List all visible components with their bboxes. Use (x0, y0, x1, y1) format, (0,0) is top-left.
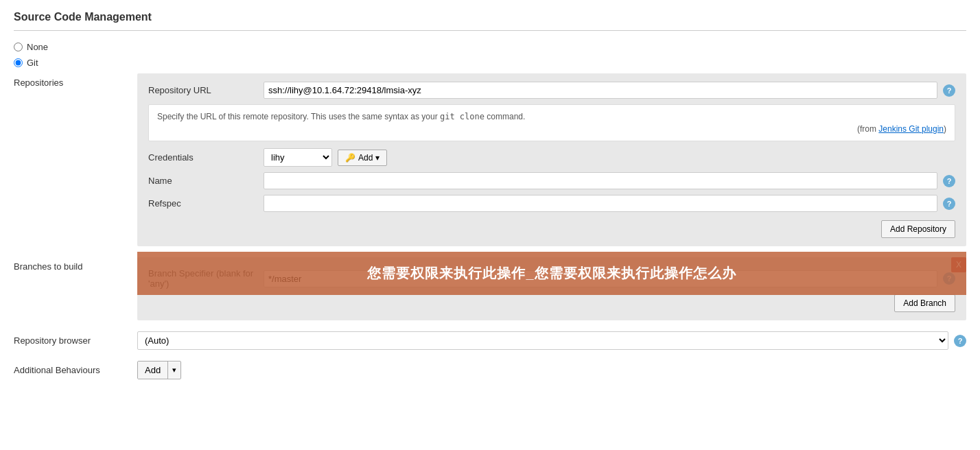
info-after: ) (944, 124, 946, 134)
radio-none-group: None (14, 42, 966, 52)
jenkins-git-plugin-link[interactable]: Jenkins Git plugin (878, 124, 944, 134)
add-behaviour-caret[interactable]: ▾ (168, 362, 180, 378)
repository-url-row: Repository URL ? (148, 82, 955, 99)
repositories-label: Repositories (14, 73, 137, 246)
repository-url-input[interactable] (264, 82, 937, 99)
repo-browser-content: (Auto) ? (137, 331, 966, 350)
repository-url-help-icon[interactable]: ? (943, 84, 955, 97)
radio-git[interactable] (14, 58, 23, 67)
add-dropdown: Add ▾ (137, 361, 181, 379)
credentials-select[interactable]: lihy (264, 148, 332, 167)
info-text2: command. (485, 112, 525, 121)
add-branch-row: Add Branch (148, 294, 955, 312)
additional-behaviours-section: Additional Behaviours Add ▾ (14, 361, 966, 379)
radio-none[interactable] (14, 43, 23, 51)
add-branch-button[interactable]: Add Branch (894, 294, 955, 312)
add-behaviour-button[interactable]: Add (138, 362, 168, 379)
page-container: Source Code Management None Git Reposito… (0, 0, 980, 450)
repositories-content: Repository URL ? Specify the URL of this… (137, 73, 966, 246)
additional-behaviours-content: Add ▾ (137, 361, 181, 379)
refspec-input[interactable] (264, 195, 937, 212)
name-input[interactable] (264, 172, 937, 189)
radio-git-label: Git (27, 58, 38, 68)
credentials-label: Credentials (148, 152, 258, 163)
repo-browser-help-icon[interactable]: ? (954, 335, 966, 347)
credentials-add-button[interactable]: 🔑 Add ▾ (338, 150, 387, 166)
refspec-row: Refspec ? (148, 195, 955, 212)
repositories-section: Repositories Repository URL ? Specify th… (14, 73, 966, 246)
refspec-help-icon[interactable]: ? (943, 198, 955, 210)
info-code: git clone (440, 112, 485, 121)
add-repository-row: Add Repository (148, 217, 955, 238)
refspec-label: Refspec (148, 198, 258, 209)
repo-browser-label: Repository browser (14, 331, 137, 350)
add-repository-button[interactable]: Add Repository (881, 220, 955, 238)
info-text: Specify the URL of this remote repositor… (157, 112, 440, 121)
page-title: Source Code Management (14, 11, 966, 31)
key-icon: 🔑 (345, 153, 355, 163)
name-row: Name ? (148, 172, 955, 189)
overlay-banner: 您需要权限来执行此操作_您需要权限来执行此操作怎么办 (137, 252, 966, 295)
repo-browser-section: Repository browser (Auto) ? (14, 331, 966, 350)
branches-label: Branches to build (14, 257, 137, 320)
credentials-caret-icon: ▾ (375, 153, 380, 163)
radio-none-label: None (27, 42, 48, 52)
repo-browser-select[interactable]: (Auto) (137, 331, 948, 350)
additional-behaviours-label: Additional Behaviours (14, 361, 137, 379)
radio-git-group: Git (14, 58, 966, 68)
name-label: Name (148, 176, 258, 186)
info-from: (from (857, 124, 878, 134)
repository-url-info: Specify the URL of this remote repositor… (148, 104, 955, 141)
credentials-row: Credentials lihy 🔑 Add ▾ (148, 148, 955, 167)
repository-url-label: Repository URL (148, 85, 258, 95)
name-help-icon[interactable]: ? (943, 175, 955, 187)
